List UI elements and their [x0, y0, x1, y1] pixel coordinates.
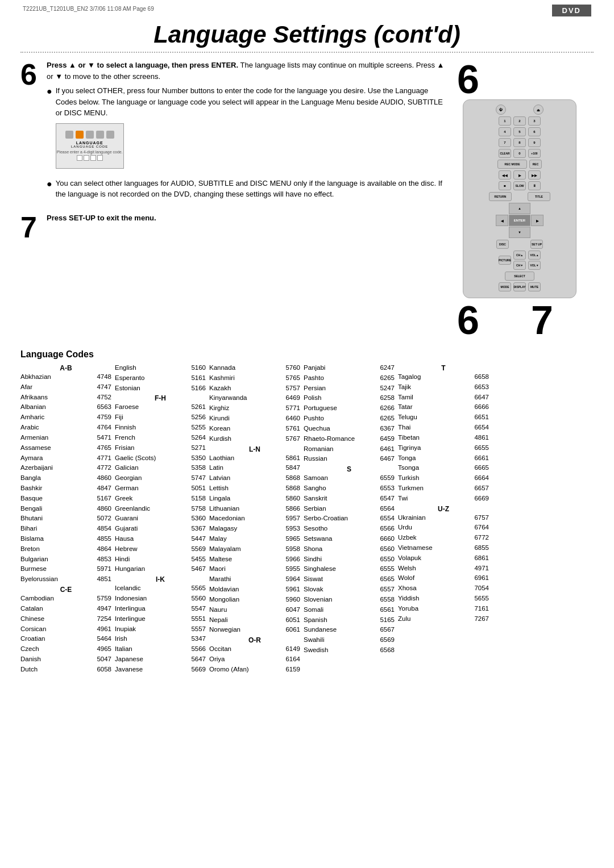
num5-button[interactable]: 5	[513, 127, 526, 136]
lang-russian: Russian6467	[304, 454, 395, 464]
lang-bangla: Bangla4860	[20, 473, 111, 483]
lang-sesotho: Sesotho6566	[304, 524, 395, 534]
title-button[interactable]: TITLE	[528, 192, 550, 201]
num1-button[interactable]: 1	[499, 116, 511, 126]
lang-maori: Maori5955	[209, 564, 300, 574]
dpad-down-button[interactable]: ▼	[509, 227, 530, 238]
slow-button[interactable]: SLOW	[513, 181, 526, 190]
standby-button[interactable]: ⏻	[496, 105, 506, 115]
step6-section: 6 Press ▲ or ▼ to select a language, the…	[20, 60, 451, 205]
rec-button[interactable]: REC	[529, 160, 542, 169]
dpad: ▲ ◀ ENTER ▶ ▼	[467, 203, 572, 238]
play-button[interactable]: ▶	[513, 170, 526, 180]
menu-box-1	[77, 155, 82, 161]
lang-bulgarian: Bulgarian4853	[20, 554, 111, 565]
num3-button[interactable]: 3	[528, 116, 541, 126]
lang-kirundi: Kirundi6460	[209, 414, 300, 424]
vol-down-button[interactable]: VOL▼	[528, 261, 541, 270]
enter-button[interactable]: ENTER	[509, 215, 530, 226]
dpad-up-button[interactable]: ▲	[509, 203, 530, 214]
num0-button[interactable]: 0	[513, 149, 526, 158]
section-uz: U-Z	[398, 505, 489, 513]
lang-sangho: Sangho6553	[304, 483, 395, 494]
lang-occitan: Occitan6149	[209, 644, 300, 654]
lang-thai: Thai6654	[398, 423, 489, 433]
dpad-right-button[interactable]: ▶	[531, 215, 544, 226]
bullet-dot-1: ●	[47, 85, 52, 173]
lang-uzbek: Uzbek6772	[398, 533, 489, 543]
lang-assamese: Assamese4765	[20, 443, 111, 453]
step6-bullet2-text: You can select other languages for AUDIO…	[56, 178, 451, 200]
lang-lettish: Lettish5868	[209, 483, 300, 494]
ch-down-button[interactable]: CH▼	[513, 261, 526, 270]
setup-button[interactable]: SET UP	[530, 240, 543, 249]
language-codes-title: Language Codes	[20, 349, 594, 360]
plus100-button[interactable]: +100	[528, 149, 541, 158]
lang-bengali: Bengali4860	[20, 504, 111, 514]
step7-instruction: Press SET-UP to exit the menu.	[47, 212, 451, 224]
lang-tigrinya: Tigrinya6655	[398, 443, 489, 453]
lang-greenlandic: Greenlandic5758	[115, 504, 206, 514]
select-button[interactable]: SELECT	[505, 272, 534, 281]
pause-button[interactable]: ⏸	[528, 181, 541, 190]
lang-finnish: Finnish5255	[115, 423, 206, 433]
dpad-left-button[interactable]: ◀	[496, 215, 508, 226]
return-button[interactable]: RETURN	[489, 192, 512, 201]
main-content: 6 Press ▲ or ▼ to select a language, the…	[0, 60, 614, 340]
display-button[interactable]: DISPLAY	[513, 282, 526, 291]
rew-button[interactable]: ◀◀	[499, 170, 511, 180]
vol-up-button[interactable]: VOL▲	[528, 251, 541, 260]
lang-persian: Persian5247	[304, 383, 395, 394]
lang-kashmiri: Kashmiri5765	[209, 373, 300, 383]
num2-button[interactable]: 2	[513, 116, 526, 126]
lang-setswana: Setswana6660	[304, 534, 395, 544]
lang-malay: Malay5965	[209, 534, 300, 544]
picture-button[interactable]: PICTURE	[499, 256, 511, 265]
disc-button[interactable]: DISC	[496, 240, 509, 249]
lang-panjabi: Panjabi6247	[304, 363, 395, 373]
num6-button[interactable]: 6	[528, 127, 541, 136]
step7-number: 7	[20, 212, 41, 242]
lang-mongolian: Mongolian5960	[209, 595, 300, 605]
lang-oriya: Oriya6164	[209, 654, 300, 665]
lang-interlingue: Interlingue5551	[115, 614, 206, 624]
stop-button[interactable]: ■	[499, 181, 511, 190]
step6-bullet1: ● If you select OTHER, press four Number…	[47, 85, 451, 173]
rec-mode-button[interactable]: REC MODE	[497, 160, 527, 169]
rec-row: REC MODE REC	[467, 160, 572, 169]
mute-button[interactable]: MUTE	[528, 282, 541, 291]
remote-control: ⏻ ⏏ 1 2 3 4 5 6 7	[463, 99, 576, 298]
clear-button[interactable]: CLEAR	[499, 149, 511, 158]
lang-tajik: Tajik6653	[398, 382, 489, 393]
lang-japanese: Japanese5647	[115, 654, 206, 665]
lang-norwegian: Norwegian6061	[209, 625, 300, 635]
lang-georgian: Georgian5747	[115, 473, 206, 483]
lang-samoan: Samoan6559	[304, 473, 395, 483]
mode-button[interactable]: MODE	[499, 282, 511, 291]
menu-code-row: Please enter a 4-digit language code.	[57, 150, 123, 154]
lang-col-3: Kannada5760 Kashmiri5765 Kazakh5757 Kiny…	[209, 363, 300, 675]
lang-sanskrit: Sanskrit6547	[304, 494, 395, 504]
lang-yiddish: Yiddish5655	[398, 594, 489, 604]
lang-malayalam: Malayalam5958	[209, 544, 300, 554]
num7-button[interactable]: 7	[499, 138, 511, 147]
open-close-button[interactable]: ⏏	[533, 105, 544, 115]
step6-content: Press ▲ or ▼ to select a language, then …	[47, 60, 451, 205]
lang-french: French5264	[115, 433, 206, 443]
step6-right-number: 6	[457, 60, 479, 99]
ch-up-button[interactable]: CH▲	[513, 251, 526, 260]
step6-instruction: Press ▲ or ▼ to select a language, then …	[47, 60, 451, 82]
section-or: O-R	[209, 636, 300, 644]
page-title: Language Settings (cont'd)	[154, 21, 460, 48]
ff-button[interactable]: ▶▶	[528, 170, 541, 180]
num4-button[interactable]: 4	[499, 127, 511, 136]
lang-zulu: Zulu7267	[398, 614, 489, 624]
num8-button[interactable]: 8	[513, 138, 526, 147]
num9-button[interactable]: 9	[528, 138, 541, 147]
lang-shona: Shona6560	[304, 544, 395, 554]
stop-row: ■ SLOW ⏸	[467, 181, 572, 190]
lang-czech: Czech4965	[20, 644, 111, 654]
lang-tagalog: Tagalog6658	[398, 372, 489, 382]
lang-fiji: Fiji5256	[115, 412, 206, 423]
lang-indonesian: Indonesian5560	[115, 594, 206, 604]
